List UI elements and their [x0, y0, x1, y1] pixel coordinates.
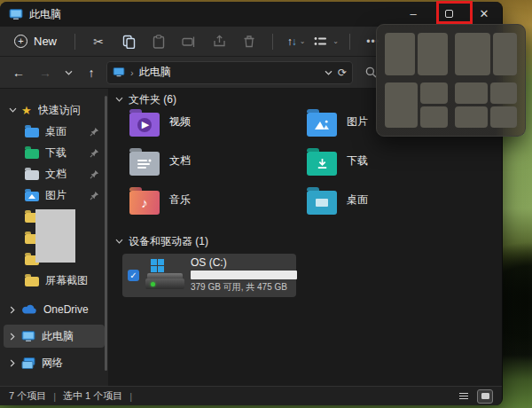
folder-item-desktop[interactable]: 桌面 — [307, 186, 484, 225]
back-button[interactable]: ← — [7, 61, 30, 84]
breadcrumb[interactable]: 此电脑 — [139, 65, 171, 80]
snap-zone[interactable] — [493, 33, 517, 75]
copy-button[interactable] — [114, 29, 143, 54]
sort-button[interactable]: ↑↓ ⌄ — [282, 29, 310, 54]
sidebar-item-quick-access[interactable]: ★ 快速访问 — [0, 99, 108, 121]
drive-item-os-c[interactable]: ✓ OS (C:) 379 GB 可用, 共 475 GB — [122, 254, 296, 297]
sidebar-item-label: 屏幕截图 — [45, 273, 88, 288]
paste-button[interactable] — [145, 29, 173, 54]
network-icon — [21, 357, 35, 369]
drive-icon — [145, 259, 184, 291]
sidebar-item-documents[interactable]: 文档 — [0, 163, 108, 184]
share-button[interactable] — [205, 29, 233, 54]
videos-folder-icon: ▶ — [129, 113, 160, 137]
sidebar-item-screenshots[interactable]: 屏幕截图 — [0, 270, 108, 291]
folder-item-downloads[interactable]: 下载 — [307, 147, 484, 186]
folder-item-documents[interactable]: 文档 — [129, 147, 307, 186]
drive-capacity-bar — [191, 271, 297, 279]
annotation-highlight-maximize — [436, 1, 473, 24]
snap-zone[interactable] — [455, 82, 488, 104]
chevron-down-icon[interactable] — [115, 97, 123, 102]
folder-label: 文档 — [169, 153, 191, 169]
recent-locations-button[interactable] — [60, 61, 76, 84]
chevron-right-icon[interactable] — [7, 359, 18, 367]
folders-section-label: 文件夹 (6) — [129, 92, 176, 107]
folder-icon — [25, 149, 39, 159]
address-bar[interactable]: › 此电脑 ⟳ — [106, 61, 353, 84]
snap-layout-wide-left[interactable] — [455, 33, 518, 75]
checkbox-checked-icon[interactable]: ✓ — [128, 270, 139, 281]
snap-zone[interactable] — [455, 106, 488, 128]
snap-zone[interactable] — [385, 33, 415, 75]
pin-icon — [90, 169, 99, 179]
sidebar-item-label: 下载 — [45, 145, 66, 161]
address-dropdown-icon[interactable] — [325, 70, 332, 75]
forward-button[interactable]: → — [34, 61, 57, 84]
folder-icon — [25, 128, 39, 137]
sort-icon: ↑↓ ⌄ — [287, 35, 306, 48]
sidebar-item-this-pc[interactable]: 此电脑 — [4, 325, 105, 348]
sidebar-item-pictures[interactable]: 图片 — [0, 184, 108, 206]
details-view-button[interactable] — [456, 389, 472, 404]
view-options-button[interactable]: ⌄ — [312, 29, 340, 54]
sidebar-item-label: 文档 — [45, 167, 66, 182]
sidebar-item-onedrive[interactable]: OneDrive — [0, 298, 108, 321]
titlebar[interactable]: 此电脑 – ✕ — [0, 2, 502, 27]
folder-icon — [25, 192, 39, 201]
navigation-pane: ★ 快速访问 桌面 下载 文档 图片 — [0, 89, 108, 386]
snap-zone[interactable] — [490, 106, 517, 128]
window-title: 此电脑 — [29, 7, 61, 22]
snap-zone[interactable] — [455, 33, 491, 75]
share-icon — [213, 35, 226, 48]
star-icon: ★ — [21, 105, 32, 116]
snap-zone[interactable] — [490, 82, 517, 104]
cut-button[interactable]: ✂ — [84, 29, 113, 54]
up-button[interactable]: ↑ — [80, 61, 103, 84]
sidebar-item-network[interactable]: 网络 — [0, 351, 108, 374]
toolbar-separator — [74, 34, 75, 50]
chevron-down-icon[interactable] — [7, 107, 18, 113]
toolbar-separator — [349, 34, 350, 50]
sidebar-scrollbar[interactable] — [105, 96, 107, 371]
folder-item-videos[interactable]: ▶ 视频 — [129, 108, 307, 147]
delete-button[interactable] — [235, 29, 263, 54]
this-pc-icon — [9, 9, 23, 20]
cloud-icon — [21, 304, 37, 315]
drives-section-header[interactable]: 设备和驱动器 (1) — [115, 234, 502, 248]
snap-layout-quad[interactable] — [455, 82, 518, 128]
sidebar-item-downloads[interactable]: 下载 — [0, 142, 108, 163]
folder-label: 桌面 — [347, 192, 368, 208]
folder-icon — [25, 277, 39, 286]
snap-zone[interactable] — [385, 82, 418, 128]
sidebar-item-label: 图片 — [45, 188, 66, 203]
new-button[interactable]: + New — [9, 31, 66, 51]
snap-zone[interactable] — [420, 82, 447, 104]
status-bar: 7 个项目 | 选中 1 个项目 | — [0, 386, 502, 405]
refresh-icon[interactable]: ⟳ — [338, 67, 347, 79]
snap-layout-two-columns[interactable] — [385, 33, 448, 75]
snap-zone[interactable] — [420, 106, 447, 128]
drive-name: OS (C:) — [191, 256, 297, 269]
snap-layout-left-plus-stacked[interactable] — [385, 82, 448, 128]
large-icons-view-button[interactable] — [477, 389, 493, 404]
snap-zone[interactable] — [418, 33, 448, 75]
chevron-right-icon[interactable] — [7, 306, 18, 314]
item-count: 7 个项目 — [9, 389, 46, 403]
breadcrumb-separator: › — [130, 67, 134, 78]
folder-label: 图片 — [347, 114, 368, 129]
chevron-down-icon[interactable] — [115, 239, 123, 244]
copy-icon — [122, 35, 136, 49]
pin-icon — [90, 127, 99, 137]
minimize-button[interactable]: – — [395, 2, 431, 25]
folder-item-music[interactable]: ♪ 音乐 — [129, 186, 307, 225]
chevron-right-icon[interactable] — [7, 333, 18, 341]
windows-logo-icon — [151, 259, 164, 272]
plus-icon: + — [14, 35, 27, 48]
paste-icon — [153, 35, 165, 49]
rename-button[interactable] — [175, 29, 203, 54]
sidebar-item-desktop[interactable]: 桌面 — [0, 121, 108, 142]
rename-icon — [182, 35, 196, 48]
sidebar-item-label: 桌面 — [45, 124, 66, 139]
downloads-folder-icon — [307, 152, 337, 176]
folder-label: 下载 — [347, 153, 368, 169]
